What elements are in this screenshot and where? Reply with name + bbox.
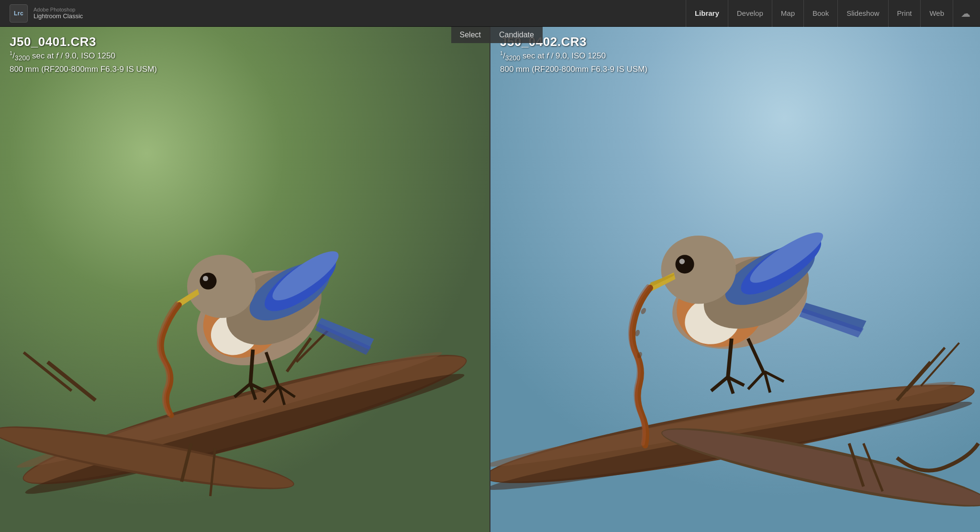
- lrc-logo-text: Lrc: [14, 10, 23, 17]
- svg-point-51: [661, 236, 736, 304]
- right-photo-canvas: [490, 27, 980, 532]
- svg-point-52: [675, 255, 694, 273]
- svg-point-21: [200, 272, 216, 289]
- svg-line-24: [250, 350, 253, 386]
- titlebar: Lrc Adobe Photoshop Lightroom Classic Li…: [0, 0, 980, 27]
- app-title-block: Adobe Photoshop Lightroom Classic: [33, 7, 83, 20]
- select-badge[interactable]: Select: [451, 27, 490, 43]
- nav-develop[interactable]: Develop: [728, 0, 772, 27]
- svg-point-20: [187, 255, 256, 318]
- right-panel: Candidate J50_0402.CR3 1/3200 sec at f /…: [490, 27, 980, 532]
- compare-area: Select J50_0401.CR3 1/3200 sec at f / 9.…: [0, 27, 980, 532]
- left-photo-canvas: [0, 27, 490, 532]
- left-bird-svg: [0, 27, 490, 532]
- nav-slideshow[interactable]: Slideshow: [838, 0, 888, 27]
- nav-book[interactable]: Book: [804, 0, 838, 27]
- nav-map[interactable]: Map: [772, 0, 804, 27]
- nav-menu: Library Develop Map Book Slideshow Print…: [686, 0, 953, 27]
- svg-point-22: [203, 276, 208, 281]
- nav-web[interactable]: Web: [921, 0, 953, 27]
- lightroom-classic-label: Lightroom Classic: [33, 12, 83, 20]
- left-panel: Select J50_0401.CR3 1/3200 sec at f / 9.…: [0, 27, 490, 532]
- right-bird-svg: [490, 27, 980, 532]
- cloud-icon[interactable]: ☁: [961, 8, 970, 19]
- nav-library[interactable]: Library: [686, 0, 728, 27]
- adobe-photoshop-label: Adobe Photoshop: [33, 7, 83, 12]
- lrc-logo: Lrc: [10, 4, 28, 23]
- nav-print[interactable]: Print: [889, 0, 921, 27]
- svg-point-53: [679, 259, 685, 264]
